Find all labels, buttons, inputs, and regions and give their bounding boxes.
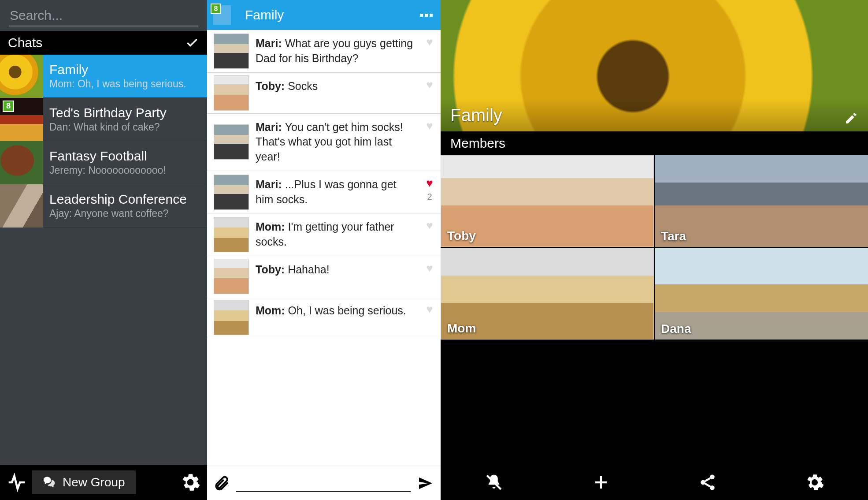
message-text: Hahaha! [288, 263, 330, 276]
chat-list: FamilyMom: Oh, I was being serious.8Ted'… [0, 55, 207, 465]
message-body: Mom: Oh, I was being serious. [256, 297, 419, 338]
conversation-panel: 8 Family Mari: What are you guys getting… [207, 0, 441, 500]
member-name: Toby [447, 229, 476, 243]
right-footer [441, 465, 868, 500]
message-item: Mari: ...Plus I was gonna get him socks.… [207, 171, 441, 214]
message-sender: Mom: [256, 220, 288, 233]
new-group-button[interactable]: New Group [32, 470, 136, 494]
message-text: Socks [288, 80, 318, 92]
member-tile[interactable]: Dana [655, 248, 868, 340]
attach-icon[interactable] [213, 475, 230, 492]
chat-preview: Ajay: Anyone want coffee? [49, 208, 187, 220]
chat-item[interactable]: 8Ted's Birthday PartyDan: What kind of c… [0, 98, 207, 141]
message-avatar[interactable] [214, 124, 249, 160]
chat-title: Family [49, 62, 186, 77]
chat-avatar [0, 141, 43, 184]
message-avatar[interactable] [214, 75, 249, 111]
message-item: Toby: Hahaha!♥ [207, 256, 441, 297]
svg-point-1 [710, 475, 715, 480]
conversation-title: Family [237, 7, 412, 22]
message-body: Mari: ...Plus I was gonna get him socks. [256, 171, 419, 213]
chat-preview: Dan: What kind of cake? [49, 121, 167, 133]
search-input[interactable] [9, 6, 198, 26]
settings-icon[interactable] [181, 473, 200, 492]
menu-icon[interactable] [412, 14, 441, 17]
message-sender: Toby: [256, 263, 288, 276]
chats-header: Chats [0, 31, 207, 55]
like-icon[interactable]: ♥ [426, 78, 433, 92]
like-icon[interactable]: ♥ [426, 119, 433, 133]
search-bar [0, 0, 207, 31]
activity-icon[interactable] [7, 473, 26, 492]
chat-avatar [0, 55, 43, 98]
mute-icon[interactable] [485, 473, 503, 492]
chat-title: Ted's Birthday Party [49, 105, 167, 120]
chat-avatar [0, 184, 43, 228]
chat-preview: Jeremy: Noooooooooooo! [49, 164, 166, 176]
chat-item[interactable]: Leadership ConferenceAjay: Anyone want c… [0, 184, 207, 228]
chat-bubbles-icon [42, 475, 57, 490]
chat-title: Leadership Conference [49, 192, 187, 207]
unread-badge: 8 [3, 101, 14, 112]
chat-title: Fantasy Football [49, 149, 166, 164]
add-icon[interactable] [592, 473, 610, 492]
message-list: Mari: What are you guys getting Dad for … [207, 30, 441, 466]
send-icon[interactable] [417, 474, 434, 492]
message-avatar[interactable] [214, 259, 249, 294]
left-footer: New Group [0, 465, 207, 500]
member-tile[interactable]: Toby [441, 155, 654, 247]
chat-avatar: 8 [0, 98, 43, 141]
chats-header-label: Chats [8, 35, 42, 50]
members-grid: TobyTaraMomDana [441, 155, 868, 465]
compose-bar [207, 466, 441, 500]
message-body: Toby: Hahaha! [256, 256, 419, 297]
member-tile[interactable]: Tara [655, 155, 868, 247]
message-avatar[interactable] [214, 34, 249, 69]
like-icon[interactable]: ♥ [426, 302, 433, 316]
message-item: Mom: Oh, I was being serious.♥ [207, 297, 441, 338]
share-icon[interactable] [698, 473, 717, 492]
member-name: Tara [661, 229, 686, 243]
message-sender: Mari: [256, 178, 285, 190]
like-count: 2 [427, 192, 432, 202]
like-icon[interactable]: ♥ [426, 176, 433, 190]
message-body: Toby: Socks [256, 73, 419, 113]
member-name: Dana [661, 322, 691, 336]
svg-point-2 [701, 480, 706, 485]
message-avatar[interactable] [214, 300, 249, 335]
chat-preview: Mom: Oh, I was being serious. [49, 78, 186, 90]
message-avatar[interactable] [214, 175, 249, 210]
message-sender: Mari: [256, 121, 285, 133]
new-group-label: New Group [63, 475, 125, 489]
message-item: Mari: What are you guys getting Dad for … [207, 30, 441, 73]
edit-icon[interactable] [844, 111, 858, 125]
unread-badge: 8 [211, 4, 221, 14]
settings-icon[interactable] [805, 473, 824, 492]
message-body: Mari: You can't get him socks! That's wh… [256, 114, 419, 171]
message-sender: Mom: [256, 304, 288, 317]
members-header: Members [441, 131, 868, 155]
like-icon[interactable]: ♥ [426, 261, 433, 275]
conversation-header: 8 Family [207, 0, 441, 30]
message-body: Mari: What are you guys getting Dad for … [256, 30, 419, 72]
like-icon[interactable]: ♥ [426, 35, 433, 49]
message-avatar[interactable] [214, 217, 249, 252]
like-icon[interactable]: ♥ [426, 219, 433, 232]
member-tile[interactable]: Mom [441, 248, 654, 340]
group-title: Family [450, 105, 844, 125]
group-details-panel: Family Members TobyTaraMomDana [441, 0, 868, 500]
message-sender: Mari: [256, 37, 285, 49]
member-name: Mom [447, 321, 476, 336]
sidebar-toggle-icon[interactable]: 8 [207, 0, 237, 30]
message-sender: Toby: [256, 80, 288, 92]
message-body: Mom: I'm getting your father socks. [256, 213, 419, 256]
chat-item[interactable]: Fantasy FootballJeremy: Noooooooooooo! [0, 141, 207, 184]
message-item: Toby: Socks♥ [207, 73, 441, 114]
message-input[interactable] [236, 474, 411, 492]
message-item: Mari: You can't get him socks! That's wh… [207, 114, 441, 171]
svg-point-3 [710, 485, 715, 490]
chats-panel: Chats FamilyMom: Oh, I was being serious… [0, 0, 207, 500]
chat-item[interactable]: FamilyMom: Oh, I was being serious. [0, 55, 207, 98]
checkmark-icon[interactable] [185, 36, 199, 50]
message-text: Oh, I was being serious. [288, 304, 406, 317]
